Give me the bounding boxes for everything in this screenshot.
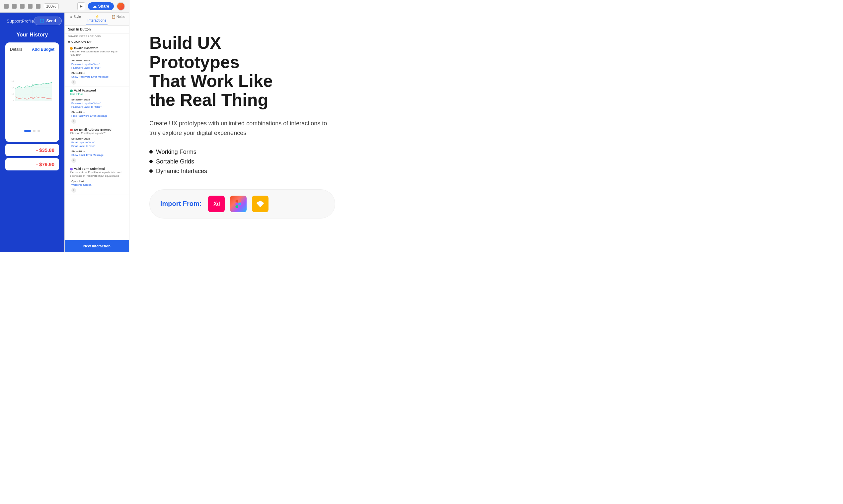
figma-icon[interactable] [230, 196, 246, 212]
bullet-2 [149, 160, 153, 163]
dot-3[interactable] [37, 130, 40, 132]
action-3-1: Set Error State Email Input to "true" Em… [65, 137, 129, 148]
transaction-2: - $79.90 [5, 158, 59, 170]
play-button[interactable]: ▶ [77, 2, 85, 10]
import-label: Import From: [160, 200, 202, 208]
trigger-header: CLICK OR TAP [65, 39, 129, 44]
add-action-2[interactable]: + [71, 119, 76, 124]
toolbar-right: ▶ ☁ Share [77, 2, 125, 11]
svg-point-11 [32, 98, 34, 99]
svg-text:3,00: 3,00 [12, 80, 14, 82]
action-1-1-label: Set Error State [71, 59, 126, 62]
interactions-scroll[interactable]: Invalid Password If text on Password Inp… [65, 44, 129, 240]
feature-list: Working Forms Sortable Grids Dynamic Int… [149, 147, 401, 176]
add-action-1[interactable]: + [71, 80, 76, 85]
left-panel: 100% ▶ ☁ Share Support Profile 🌐 Send [0, 0, 130, 252]
subtitle: Create UX prototypes with unlimited comb… [149, 119, 329, 138]
svg-text:2,00: 2,00 [12, 87, 14, 89]
nav-support[interactable]: Support [7, 19, 22, 23]
toolbar-left: 100% [4, 3, 59, 9]
add-budget-link[interactable]: Add Budget [32, 47, 54, 52]
nav-profile[interactable]: Profile [22, 19, 34, 23]
dots-indicator [10, 130, 54, 132]
action-2-2: Show/Hide Hide Password Error Message [65, 110, 129, 119]
condition-2-dot [70, 90, 73, 92]
transaction-amount-1: - $35.88 [36, 147, 54, 153]
zoom-control[interactable]: 100% [44, 3, 59, 9]
share-button[interactable]: ☁ Share [88, 2, 114, 10]
tool-icon-5 [36, 4, 40, 8]
condition-4-dot [70, 168, 73, 170]
action-1-1-val2: Password Label to "true" [71, 66, 126, 70]
notes-icon: 📋 [111, 15, 116, 19]
tab-interactions[interactable]: ⚡ Interactions [86, 13, 108, 25]
condition-1-name: Invalid Password [74, 47, 99, 50]
tool-icon-2 [12, 4, 17, 8]
xd-icon[interactable]: Xd [208, 196, 225, 212]
tool-icon-4 [28, 4, 33, 8]
feature-2: Sortable Grids [149, 157, 401, 166]
interactions-panel: ◈ Style ⚡ Interactions 📋 Notes Sign In B… [64, 13, 129, 252]
chart-svg-wrapper: 3,00 2,00 1,00 0 [10, 55, 54, 128]
tab-style[interactable]: ◈ Style [65, 13, 86, 25]
trigger-dot [68, 41, 70, 43]
element-name: Sign In Button [65, 25, 129, 34]
action-1-2-val1: Show Password Error Message [71, 75, 126, 78]
dot-2[interactable] [33, 130, 35, 132]
condition-2-text: Else If true [70, 92, 126, 96]
action-2-1-val1: Password Input to "false" [71, 102, 126, 105]
condition-valid-password: Valid Password Else If true Set Error St… [65, 87, 129, 126]
bullet-1 [149, 150, 153, 154]
action-1-1-val1: Password Input to "true" [71, 62, 126, 66]
action-2-2-label: Show/Hide [71, 111, 126, 114]
toolbar: 100% ▶ ☁ Share [0, 0, 129, 13]
condition-1: Invalid Password If text on Password Inp… [65, 46, 129, 58]
action-2-1: Set Error State Password Input to "false… [65, 97, 129, 109]
condition-valid-form: Valid Form Submitted If error state of E… [65, 165, 129, 195]
action-3-1-val1: Email Input to "true" [71, 141, 126, 144]
condition-4-name: Valid Form Submitted [74, 167, 105, 170]
nav-send[interactable]: 🌐 Send [34, 17, 62, 25]
tool-icon-3 [20, 4, 24, 8]
condition-4: Valid Form Submitted If error state of E… [65, 166, 129, 178]
action-1-2: Show/Hide Show Password Error Message [65, 71, 129, 79]
feature-3: Dynamic Interfaces [149, 166, 401, 176]
app-nav: Support Profile 🌐 Send [0, 13, 64, 29]
sketch-icon[interactable] [252, 196, 269, 212]
action-1-2-label: Show/Hide [71, 72, 126, 75]
headline: Build UX Prototypes That Work Like the R… [149, 34, 401, 109]
chart-svg: 3,00 2,00 1,00 0 [10, 55, 54, 128]
add-action-4[interactable]: + [71, 188, 76, 193]
condition-3-name: No Email Address Entered [74, 128, 111, 131]
svg-text:0: 0 [13, 100, 14, 102]
panel-tabs: ◈ Style ⚡ Interactions 📋 Notes [65, 13, 129, 25]
add-action-3[interactable]: + [71, 158, 76, 163]
import-bar: Import From: Xd [149, 189, 335, 218]
condition-3-text: If text on Email Input equals "" [70, 132, 126, 135]
action-4-1: Open Link Welcome Screen [65, 179, 129, 187]
avatar[interactable] [117, 2, 125, 11]
dot-active[interactable] [24, 130, 31, 132]
condition-3: No Email Address Entered If text on Emai… [65, 127, 129, 136]
condition-no-email: No Email Address Entered If text on Emai… [65, 126, 129, 165]
action-2-1-label: Set Error State [71, 98, 126, 101]
app-content: Support Profile 🌐 Send Your History Deta… [0, 13, 64, 252]
action-3-1-label: Set Error State [71, 137, 126, 140]
chart-title: Details [10, 47, 22, 52]
feature-1: Working Forms [149, 147, 401, 157]
new-interaction-button[interactable]: New Interaction [65, 240, 129, 252]
tab-notes[interactable]: 📋 Notes [107, 13, 129, 25]
svg-point-10 [32, 85, 34, 86]
condition-invalid-password: Invalid Password If text on Password Inp… [65, 44, 129, 87]
tool-icon-1 [4, 4, 8, 8]
action-1-1: Set Error State Password Input to "true"… [65, 58, 129, 70]
svg-text:1,00: 1,00 [12, 93, 14, 95]
action-3-2: Show/Hide Show Email Error Message [65, 149, 129, 158]
action-3-2-label: Show/Hide [71, 150, 126, 153]
action-4-1-val1: Welcome Screen [71, 183, 126, 187]
condition-4-text: If error state of Email Input equals fal… [70, 171, 126, 178]
action-4-1-label: Open Link [71, 180, 126, 183]
action-3-2-val1: Show Email Error Message [71, 153, 126, 157]
transaction-1: - $35.88 [5, 144, 59, 156]
import-icons: Xd [208, 196, 269, 212]
